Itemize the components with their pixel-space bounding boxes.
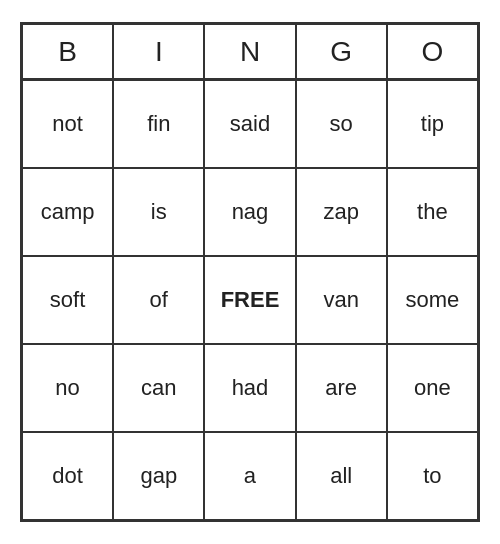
bingo-cell-r4-c1: no bbox=[22, 344, 113, 432]
bingo-row-1: notfinsaidsotip bbox=[22, 80, 478, 168]
bingo-cell-r4-c4: are bbox=[296, 344, 387, 432]
bingo-cell-r3-c4: van bbox=[296, 256, 387, 344]
bingo-cell-r5-c1: dot bbox=[22, 432, 113, 520]
header-cell: G bbox=[296, 24, 387, 80]
bingo-cell-r1-c2: fin bbox=[113, 80, 204, 168]
bingo-cell-r5-c2: gap bbox=[113, 432, 204, 520]
header-cell: N bbox=[204, 24, 295, 80]
bingo-cell-r1-c3: said bbox=[204, 80, 295, 168]
bingo-cell-r2-c2: is bbox=[113, 168, 204, 256]
bingo-row-4: nocanhadareone bbox=[22, 344, 478, 432]
bingo-cell-r4-c2: can bbox=[113, 344, 204, 432]
bingo-cell-r2-c5: the bbox=[387, 168, 478, 256]
bingo-cell-r3-c5: some bbox=[387, 256, 478, 344]
bingo-cell-r5-c3: a bbox=[204, 432, 295, 520]
bingo-cell-r4-c3: had bbox=[204, 344, 295, 432]
bingo-rows: notfinsaidsotipcampisnagzapthesoftofFREE… bbox=[22, 80, 478, 520]
bingo-cell-r3-c1: soft bbox=[22, 256, 113, 344]
bingo-cell-r1-c4: so bbox=[296, 80, 387, 168]
header-cell: O bbox=[387, 24, 478, 80]
bingo-cell-r4-c5: one bbox=[387, 344, 478, 432]
bingo-cell-r1-c5: tip bbox=[387, 80, 478, 168]
bingo-cell-r3-c3: FREE bbox=[204, 256, 295, 344]
bingo-header-row: BINGO bbox=[22, 24, 478, 80]
bingo-cell-r3-c2: of bbox=[113, 256, 204, 344]
bingo-cell-r2-c3: nag bbox=[204, 168, 295, 256]
header-cell: I bbox=[113, 24, 204, 80]
bingo-row-3: softofFREEvansome bbox=[22, 256, 478, 344]
bingo-cell-r2-c4: zap bbox=[296, 168, 387, 256]
header-cell: B bbox=[22, 24, 113, 80]
bingo-cell-r2-c1: camp bbox=[22, 168, 113, 256]
bingo-row-5: dotgapaallto bbox=[22, 432, 478, 520]
bingo-cell-r5-c5: to bbox=[387, 432, 478, 520]
bingo-card: BINGO notfinsaidsotipcampisnagzapthesoft… bbox=[20, 22, 480, 522]
bingo-cell-r1-c1: not bbox=[22, 80, 113, 168]
bingo-cell-r5-c4: all bbox=[296, 432, 387, 520]
bingo-row-2: campisnagzapthe bbox=[22, 168, 478, 256]
